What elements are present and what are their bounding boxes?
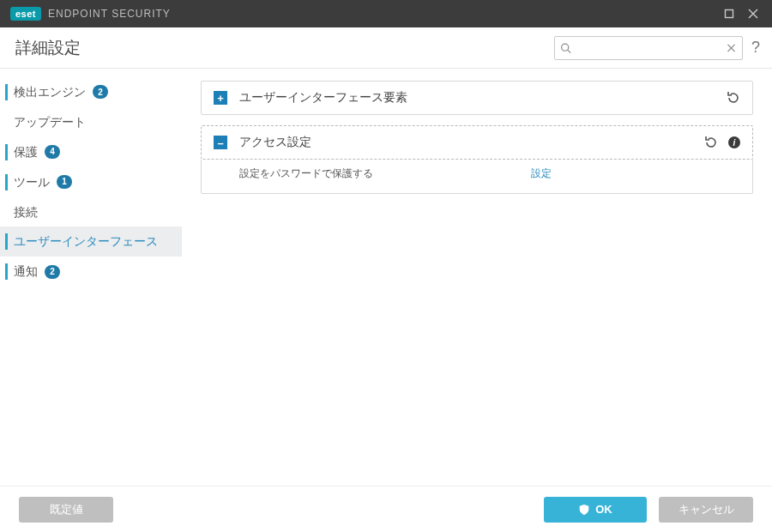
square-icon — [724, 9, 734, 19]
sidebar-item-user-interface[interactable]: ユーザーインターフェース — [0, 227, 182, 257]
sidebar-badge: 4 — [45, 145, 60, 159]
window-maximize-button[interactable] — [717, 2, 741, 26]
configure-link[interactable]: 設定 — [531, 166, 552, 181]
sidebar-item-label: アップデート — [14, 114, 86, 130]
svg-rect-0 — [726, 10, 733, 18]
panel-title: ユーザーインターフェース要素 — [239, 90, 727, 106]
svg-point-3 — [562, 44, 569, 51]
defaults-button[interactable]: 既定値 — [19, 497, 113, 523]
sidebar-item-detection-engine[interactable]: 検出エンジン 2 — [0, 77, 182, 107]
shield-icon — [578, 504, 590, 516]
svg-line-4 — [568, 50, 570, 52]
accent-bar — [5, 174, 8, 190]
sidebar-item-tools[interactable]: ツール 1 — [0, 167, 182, 197]
info-icon[interactable]: i — [728, 136, 740, 148]
clear-search-icon[interactable] — [726, 42, 737, 54]
revert-icon[interactable] — [704, 136, 718, 149]
sidebar-item-label: 接続 — [14, 204, 38, 221]
titlebar: eset ENDPOINT SECURITY — [0, 0, 772, 27]
sidebar-item-protection[interactable]: 保護 4 — [0, 137, 182, 167]
brand-badge: eset — [10, 7, 41, 21]
sidebar-badge: 2 — [45, 265, 60, 279]
revert-icon[interactable] — [727, 91, 740, 105]
search-box[interactable] — [554, 36, 743, 60]
panel-title: アクセス設定 — [239, 135, 704, 150]
sidebar: 検出エンジン 2 アップデート 保護 4 ツール 1 接続 ユーザーインターフェ… — [0, 69, 182, 486]
page-title: 詳細設定 — [15, 37, 81, 59]
panel-ui-elements: + ユーザーインターフェース要素 — [201, 81, 753, 115]
help-button[interactable]: ? — [751, 39, 760, 57]
sidebar-item-update[interactable]: アップデート — [0, 107, 182, 137]
collapse-icon: – — [214, 136, 227, 149]
panel-access-settings: – アクセス設定 i — [201, 125, 753, 160]
close-icon — [748, 9, 758, 19]
sidebar-badge: 2 — [93, 85, 108, 99]
accent-bar — [5, 233, 8, 250]
accent-bar — [5, 144, 8, 160]
panel-access-settings-header[interactable]: – アクセス設定 i — [202, 126, 752, 159]
search-input[interactable] — [576, 41, 721, 54]
accent-bar — [5, 84, 8, 100]
panel-access-body: 設定をパスワードで保護する 設定 — [201, 160, 753, 194]
sidebar-item-label: ツール — [14, 174, 50, 190]
sidebar-item-label: ユーザーインターフェース — [14, 233, 158, 250]
expand-icon: + — [214, 91, 227, 105]
sidebar-item-label: 通知 — [14, 263, 38, 280]
window-close-button[interactable] — [741, 2, 765, 26]
sidebar-item-connection[interactable]: 接続 — [0, 197, 182, 227]
product-name: ENDPOINT SECURITY — [48, 8, 171, 20]
content-area: + ユーザーインターフェース要素 – アクセス設定 i 設定をパスワードで保護す… — [182, 69, 772, 486]
panel-ui-elements-header[interactable]: + ユーザーインターフェース要素 — [202, 82, 752, 114]
header: 詳細設定 ? — [0, 27, 772, 69]
sidebar-badge: 1 — [57, 175, 72, 189]
protect-with-password-label: 設定をパスワードで保護する — [239, 166, 531, 181]
ok-button[interactable]: OK — [544, 497, 647, 523]
footer: 既定値 OK キャンセル — [0, 486, 772, 532]
search-icon — [560, 42, 571, 54]
sidebar-item-notifications[interactable]: 通知 2 — [0, 257, 182, 287]
accent-bar — [5, 263, 8, 280]
cancel-button[interactable]: キャンセル — [659, 497, 753, 523]
sidebar-item-label: 保護 — [14, 144, 38, 160]
sidebar-item-label: 検出エンジン — [14, 84, 86, 100]
